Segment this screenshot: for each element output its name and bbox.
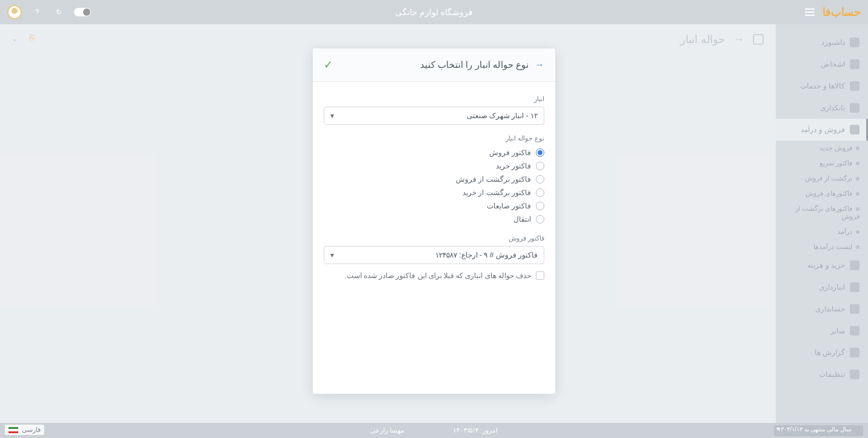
sidebar-label: سایر xyxy=(830,327,845,335)
invoice-label: فاکتور فروش xyxy=(324,234,544,242)
avatar[interactable] xyxy=(7,5,22,19)
radio-icon xyxy=(536,175,544,184)
type-label: نوع حواله انبار xyxy=(324,134,544,142)
modal-back-icon[interactable]: → xyxy=(535,59,544,70)
box-icon xyxy=(850,81,860,91)
sidebar-item-other[interactable]: سایر xyxy=(776,320,868,342)
delete-previous-row[interactable]: حذف حواله های انباری که قبلا برای این فا… xyxy=(324,271,544,280)
invoice-value: فاکتور فروش # ۹ - ارجاع: ۱۲۴۵۸۷ xyxy=(435,251,538,259)
fiscal-year-select[interactable]: سال مالی منتهی به ۱۴۰۳/۱/۱۳ xyxy=(774,425,863,436)
radio-waste[interactable]: فاکتور ضایعات xyxy=(324,199,544,213)
sidebar-item-persons[interactable]: اشخاص xyxy=(776,53,868,75)
sidebar-item-purchase[interactable]: خرید و هزینه xyxy=(776,254,868,276)
sidebar-item-dashboard[interactable]: داشبورد xyxy=(776,32,868,53)
radio-icon xyxy=(536,162,544,170)
app-title: فروشگاه لوازم خانگی xyxy=(395,7,473,17)
help-icon[interactable]: ? xyxy=(30,5,44,19)
today-value: ۱۴۰۳/۵/۴ xyxy=(453,426,478,434)
grid-icon xyxy=(850,326,860,336)
sidebar-label: بانکداری xyxy=(820,104,845,112)
sidebar-label: کالاها و خدمات xyxy=(800,82,845,90)
sidebar-label: حسابداری xyxy=(815,305,845,313)
radio-icon xyxy=(536,188,544,197)
topbar: حساب‌فا فروشگاه لوازم خانگی ↻ ? xyxy=(0,0,868,24)
radio-icon xyxy=(536,148,544,157)
sidebar-sub-sale-invoices[interactable]: فاکتورهای فروش xyxy=(776,186,868,201)
confirm-button[interactable]: ✓ xyxy=(324,58,333,71)
warehouse-icon xyxy=(850,282,860,292)
sidebar-label: تنظیمات xyxy=(819,370,845,379)
hamburger-icon xyxy=(805,8,815,16)
checkbox-icon xyxy=(536,271,544,280)
sidebar-label: خرید و هزینه xyxy=(807,261,845,270)
language-selector[interactable]: فارسی xyxy=(5,425,44,435)
radio-transfer[interactable]: انتقال xyxy=(324,213,544,226)
invoice-select[interactable]: فاکتور فروش # ۹ - ارجاع: ۱۲۴۵۸۷ ▾ xyxy=(324,246,544,264)
cart-icon xyxy=(850,125,860,134)
brand-logo[interactable]: حساب‌فا xyxy=(823,5,861,19)
radio-return-sale[interactable]: فاکتور برگشت از فروش xyxy=(324,173,544,186)
sidebar-item-sales[interactable]: فروش و درآمد xyxy=(776,119,868,141)
sidebar-label: داشبورد xyxy=(821,38,845,47)
sidebar-label: انبارداری xyxy=(819,283,845,291)
sidebar-sub-income[interactable]: درآمد xyxy=(776,224,868,239)
sidebar: داشبورد اشخاص کالاها و خدمات بانکداری فر… xyxy=(776,24,868,423)
sidebar-item-warehouse[interactable]: انبارداری xyxy=(776,276,868,298)
modal-body: انبار ۱۲ - انبار شهرک صنعتی ▾ نوع حواله … xyxy=(313,82,555,288)
sidebar-label: اشخاص xyxy=(821,60,845,68)
radio-icon xyxy=(536,202,544,210)
radio-return-purchase[interactable]: فاکتور برگشت از خرید xyxy=(324,186,544,199)
radio-sale-invoice[interactable]: فاکتور فروش xyxy=(324,146,544,159)
type-radio-group: فاکتور فروش فاکتور خرید فاکتور برگشت از … xyxy=(324,146,544,226)
theme-toggle[interactable] xyxy=(74,8,91,16)
today-label: امروز: xyxy=(481,426,498,434)
radio-icon xyxy=(536,215,544,224)
flag-icon xyxy=(8,427,18,433)
sidebar-label: فروش و درآمد xyxy=(801,125,845,134)
sidebar-sub-return-sale-invoices[interactable]: فاکتورهای برگشت از فروش xyxy=(776,201,868,224)
menu-toggle[interactable] xyxy=(803,5,816,19)
sidebar-sub-quick-invoice[interactable]: فاکتور سریع xyxy=(776,156,868,171)
radio-purchase-invoice[interactable]: فاکتور خرید xyxy=(324,159,544,173)
sidebar-label: گزارش ها xyxy=(815,348,845,357)
warehouse-label: انبار xyxy=(324,95,544,103)
sidebar-sub-return-sale[interactable]: برگشت از فروش xyxy=(776,171,868,186)
refresh-icon[interactable]: ↻ xyxy=(52,5,65,19)
sidebar-item-reports[interactable]: گزارش ها xyxy=(776,342,868,363)
dashboard-icon xyxy=(850,38,860,47)
warehouse-select[interactable]: ۱۲ - انبار شهرک صنعتی ▾ xyxy=(324,107,544,125)
current-user: مهسا زارعی xyxy=(370,426,404,434)
bottombar: سال مالی منتهی به ۱۴۰۳/۱/۱۳ امروز: ۱۴۰۳/… xyxy=(0,423,868,438)
sidebar-item-banking[interactable]: بانکداری xyxy=(776,97,868,119)
modal-title: نوع حواله انبار را انتخاب کنید xyxy=(420,59,529,70)
people-icon xyxy=(850,59,860,69)
warehouse-transfer-modal: → نوع حواله انبار را انتخاب کنید ✓ انبار… xyxy=(313,48,555,394)
sidebar-item-settings[interactable]: تنظیمات xyxy=(776,363,868,385)
sidebar-item-accounting[interactable]: حسابداری xyxy=(776,298,868,320)
sidebar-sub-new-sale[interactable]: فروش جدید xyxy=(776,141,868,156)
modal-header: → نوع حواله انبار را انتخاب کنید ✓ xyxy=(313,48,555,82)
settings-icon xyxy=(850,370,860,379)
bag-icon xyxy=(850,260,860,270)
bank-icon xyxy=(850,103,860,113)
delete-previous-label: حذف حواله های انباری که قبلا برای این فا… xyxy=(345,271,531,280)
warehouse-value: ۱۲ - انبار شهرک صنعتی xyxy=(467,111,538,120)
sidebar-item-products[interactable]: کالاها و خدمات xyxy=(776,75,868,97)
chart-icon xyxy=(850,348,860,357)
sidebar-sub-income-list[interactable]: لیست درآمدها xyxy=(776,239,868,254)
caret-down-icon: ▾ xyxy=(330,251,334,259)
book-icon xyxy=(850,304,860,314)
caret-down-icon: ▾ xyxy=(330,111,334,120)
